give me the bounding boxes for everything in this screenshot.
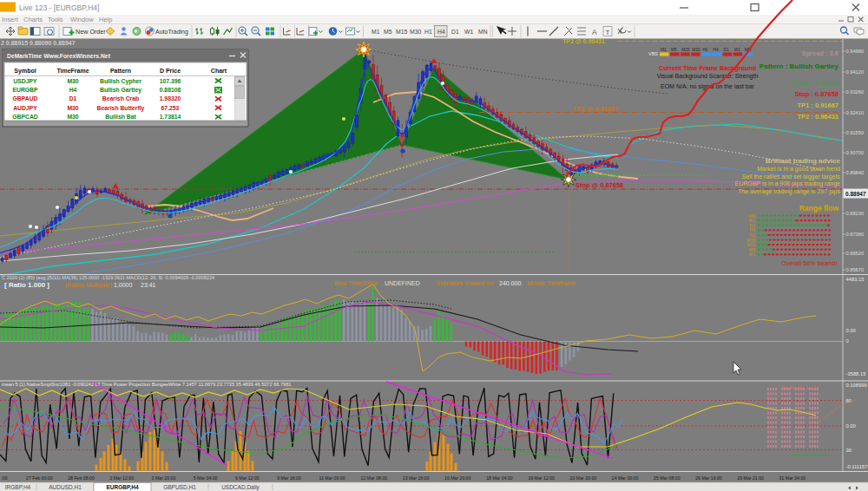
svg-text:Charts: Charts <box>23 16 43 23</box>
svg-text:13 Mar 16:00: 13 Mar 16:00 <box>403 475 430 481</box>
svg-text:20 Mar 20:00: 20 Mar 20:00 <box>570 475 597 481</box>
svg-text:1.73814: 1.73814 <box>160 114 181 120</box>
svg-text:0.85670: 0.85670 <box>846 267 865 272</box>
svg-text:0.88108: 0.88108 <box>160 87 181 93</box>
svg-text:-0.111157: -0.111157 <box>846 464 868 469</box>
svg-text:[ Ratio 1.000 ]: [ Ratio 1.000 ] <box>4 281 49 289</box>
svg-text:12 Mar 08:00: 12 Mar 08:00 <box>361 475 388 481</box>
svg-text:M30: M30 <box>67 114 78 120</box>
svg-text:31 Mar 04:00: 31 Mar 04:00 <box>779 475 806 481</box>
svg-text:D Price: D Price <box>160 68 181 74</box>
svg-text:28 Feb 08:00: 28 Feb 08:00 <box>68 475 95 481</box>
svg-text:6 Mar 12:00: 6 Mar 12:00 <box>235 475 260 481</box>
svg-text:4483.15: 4483.15 <box>846 277 865 282</box>
svg-text:0.00: 0.00 <box>846 328 856 333</box>
svg-text:Current Time Frame Background: Current Time Frame Background <box>659 64 756 72</box>
svg-text:5 Mar 04:00: 5 Mar 04:00 <box>194 475 218 481</box>
svg-text:GBPAUD: GBPAUD <box>13 95 38 101</box>
svg-text:Stop : 0.87658: Stop : 0.87658 <box>795 90 838 98</box>
svg-text:C 2020 (2) (85) (avg 25(11) MA: C 2020 (2) (85) (avg 25(11) MA(36) 125.0… <box>2 275 214 280</box>
svg-text:Bearish Crab: Bearish Crab <box>102 95 139 101</box>
svg-text:M5: M5 <box>671 48 677 52</box>
svg-text:Range flow: Range flow <box>799 204 839 213</box>
svg-text:New Order: New Order <box>76 28 106 36</box>
svg-text:EURGBP: EURGBP <box>12 87 38 93</box>
svg-text:IRGBP,H4: IRGBP,H4 <box>5 484 31 490</box>
svg-text:Buy @ 0.88108: Buy @ 0.88108 <box>575 173 618 180</box>
svg-text:0.89840: 0.89840 <box>846 170 865 175</box>
svg-text:9 Mar 16:00: 9 Mar 16:00 <box>277 475 301 481</box>
svg-text:Help: Help <box>99 16 112 23</box>
svg-text:Insert: Insert <box>2 16 19 23</box>
svg-text:H4: H4 <box>69 87 77 93</box>
svg-text:2 Mar 12:00: 2 Mar 12:00 <box>109 475 134 481</box>
svg-text:M1: M1 <box>661 48 667 52</box>
svg-text:0.88230: 0.88230 <box>846 211 865 216</box>
svg-text:0.88947: 0.88947 <box>845 191 866 197</box>
svg-text:M5: M5 <box>384 29 392 35</box>
svg-text:W1: W1 <box>464 29 473 35</box>
svg-text:Bullish Bat: Bullish Bat <box>105 114 136 120</box>
svg-text:Indicators Viewed on:: Indicators Viewed on: <box>437 280 495 286</box>
svg-text:Bullish Cypher: Bullish Cypher <box>100 78 141 85</box>
svg-text:H4: H4 <box>713 48 719 52</box>
svg-text:DeMarkTime Www.ForexWinners.Ne: DeMarkTime Www.ForexWinners.Net <box>7 53 111 59</box>
svg-text:M30: M30 <box>410 29 421 35</box>
svg-text:16 Mar 20:00: 16 Mar 20:00 <box>444 475 471 481</box>
svg-text:AutoTrading: AutoTrading <box>155 29 188 36</box>
svg-text:67.253: 67.253 <box>161 105 180 111</box>
svg-text:Bearish Butterfly: Bearish Butterfly <box>97 105 145 112</box>
svg-text:Pattern: Pattern <box>110 68 131 74</box>
svg-text:Pattern : Bullish Gartley: Pattern : Bullish Gartley <box>760 62 839 70</box>
svg-text:1.0000: 1.0000 <box>114 282 133 288</box>
svg-text:M1: M1 <box>372 29 380 35</box>
svg-text:AUDUSD,H1: AUDUSD,H1 <box>49 484 82 490</box>
svg-text:Sell the rallies and set bigge: Sell the rallies and set bigger targets <box>742 173 841 180</box>
svg-text:TP2 : 0.96431: TP2 : 0.96431 <box>797 113 838 121</box>
svg-text:VBS: VBS <box>648 51 658 56</box>
svg-text:0.94980: 0.94980 <box>846 49 865 54</box>
svg-text:UNDEFINED: UNDEFINED <box>385 280 420 286</box>
svg-text:mean 5 (1) NativeSmplSnc1081 -: mean 5 (1) NativeSmplSnc1081 -0.090242 L… <box>2 382 291 387</box>
svg-text:EURGBP,H4: EURGBP,H4 <box>106 484 138 491</box>
svg-text:EURGBP is in a 908 pips tradin: EURGBP is in a 908 pips trading range <box>735 180 840 187</box>
svg-text:0: 0 <box>846 338 849 344</box>
svg-text:T: T <box>606 29 610 36</box>
svg-text:-3588.15: -3588.15 <box>846 371 866 376</box>
svg-text:D1: D1 <box>69 95 77 101</box>
svg-text:TP2 @ 0.96431: TP2 @ 0.96431 <box>562 38 605 44</box>
svg-text:M30: M30 <box>67 78 78 84</box>
svg-text::00: :00 <box>1 475 8 481</box>
svg-text:107.396: 107.396 <box>160 78 181 84</box>
svg-text:H1: H1 <box>424 29 432 35</box>
svg-text:Minute Timeframe: Minute Timeframe <box>527 280 575 286</box>
svg-text:240.000: 240.000 <box>499 280 521 286</box>
svg-text:2 0.88915 0.88090 0.88947: 2 0.88915 0.88090 0.88947 <box>1 40 76 46</box>
svg-text:USDJPY: USDJPY <box>13 78 37 84</box>
svg-text:11 Mar 00:00: 11 Mar 00:00 <box>319 475 345 481</box>
svg-text:0.91550: 0.91550 <box>846 130 865 135</box>
svg-text:27 Feb 00:00: 27 Feb 00:00 <box>26 475 53 481</box>
svg-text:Entry : 0.88108: Entry : 0.88108 <box>792 79 838 87</box>
svg-text:25 Mar 08:00: 25 Mar 08:00 <box>654 475 681 481</box>
svg-text:0.87380: 0.87380 <box>846 232 865 237</box>
svg-text:Chart: Chart <box>211 68 227 74</box>
svg-text:30: 30 <box>846 448 852 453</box>
svg-text:M30: M30 <box>67 105 78 111</box>
svg-text:24 Mar 00:00: 24 Mar 00:00 <box>612 475 639 481</box>
svg-text:M30: M30 <box>692 48 700 52</box>
svg-text:Spread : 3.6: Spread : 3.6 <box>801 49 838 57</box>
svg-text:W1: W1 <box>734 48 741 52</box>
svg-text:0.108999: 0.108999 <box>846 383 867 388</box>
svg-text:26 Mar 16:00: 26 Mar 16:00 <box>695 475 722 481</box>
svg-text:The average trading range is 2: The average trading range is 297 pips <box>738 188 840 195</box>
svg-text:Brilliant trading advice: Brilliant trading advice <box>766 157 841 165</box>
svg-text:H1: H1 <box>702 48 707 52</box>
svg-text:TimeFrame: TimeFrame <box>56 68 89 74</box>
svg-text:GBPUSD,H1: GBPUSD,H1 <box>163 484 196 490</box>
svg-text:AUDJPY: AUDJPY <box>13 105 37 111</box>
svg-text:29 Mar 21:00: 29 Mar 21:00 <box>737 475 764 481</box>
svg-text:Visual Background Scanner: Str: Visual Background Scanner: Strength <box>657 73 759 80</box>
svg-text:0.90700: 0.90700 <box>846 150 865 155</box>
svg-text:M1: M1 <box>749 252 755 257</box>
